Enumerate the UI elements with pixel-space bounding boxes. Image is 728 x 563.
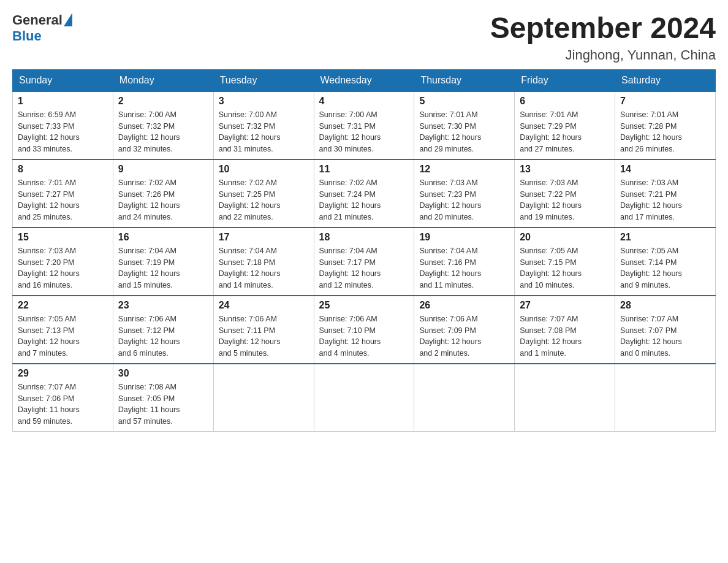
calendar-day-cell: 12 Sunrise: 7:03 AMSunset: 7:23 PMDaylig… xyxy=(414,159,515,228)
day-number: 29 xyxy=(18,368,108,379)
calendar-day-cell: 30 Sunrise: 7:08 AMSunset: 7:05 PMDaylig… xyxy=(113,364,213,432)
day-number: 13 xyxy=(520,164,610,175)
page-header: General Blue September 2024 Jinghong, Yu… xyxy=(12,12,716,63)
day-number: 22 xyxy=(18,300,108,311)
day-number: 16 xyxy=(118,232,208,243)
calendar-title: September 2024 xyxy=(490,12,716,45)
day-info: Sunrise: 7:02 AMSunset: 7:26 PMDaylight:… xyxy=(118,177,208,223)
calendar-table: SundayMondayTuesdayWednesdayThursdayFrid… xyxy=(12,69,716,432)
day-number: 6 xyxy=(520,96,610,107)
calendar-day-cell: 1 Sunrise: 6:59 AMSunset: 7:33 PMDayligh… xyxy=(13,91,113,159)
day-number: 1 xyxy=(18,96,108,107)
calendar-day-cell: 27 Sunrise: 7:07 AMSunset: 7:08 PMDaylig… xyxy=(515,296,615,364)
calendar-day-cell: 28 Sunrise: 7:07 AMSunset: 7:07 PMDaylig… xyxy=(615,296,716,364)
calendar-day-cell: 20 Sunrise: 7:05 AMSunset: 7:15 PMDaylig… xyxy=(515,228,615,296)
logo-text-general: General xyxy=(12,12,63,28)
calendar-day-cell: 10 Sunrise: 7:02 AMSunset: 7:25 PMDaylig… xyxy=(213,159,314,228)
calendar-day-cell: 19 Sunrise: 7:04 AMSunset: 7:16 PMDaylig… xyxy=(414,228,515,296)
day-info: Sunrise: 7:04 AMSunset: 7:19 PMDaylight:… xyxy=(118,245,208,291)
day-number: 30 xyxy=(118,368,208,379)
day-number: 9 xyxy=(118,164,208,175)
calendar-day-cell: 24 Sunrise: 7:06 AMSunset: 7:11 PMDaylig… xyxy=(213,296,314,364)
day-info: Sunrise: 7:01 AMSunset: 7:30 PMDaylight:… xyxy=(419,109,509,155)
day-info: Sunrise: 7:00 AMSunset: 7:32 PMDaylight:… xyxy=(219,109,309,155)
calendar-day-cell: 6 Sunrise: 7:01 AMSunset: 7:29 PMDayligh… xyxy=(515,91,615,159)
day-info: Sunrise: 7:06 AMSunset: 7:12 PMDaylight:… xyxy=(118,313,208,359)
logo-text-blue: Blue xyxy=(12,28,42,44)
calendar-day-cell: 18 Sunrise: 7:04 AMSunset: 7:17 PMDaylig… xyxy=(314,228,414,296)
day-number: 24 xyxy=(219,300,309,311)
day-number: 15 xyxy=(18,232,108,243)
day-info: Sunrise: 7:01 AMSunset: 7:27 PMDaylight:… xyxy=(18,177,108,223)
calendar-week-row: 29 Sunrise: 7:07 AMSunset: 7:06 PMDaylig… xyxy=(13,364,716,432)
calendar-day-cell xyxy=(213,364,314,432)
calendar-day-cell: 4 Sunrise: 7:00 AMSunset: 7:31 PMDayligh… xyxy=(314,91,414,159)
calendar-day-cell xyxy=(515,364,615,432)
day-info: Sunrise: 7:04 AMSunset: 7:18 PMDaylight:… xyxy=(219,245,309,291)
day-info: Sunrise: 7:00 AMSunset: 7:32 PMDaylight:… xyxy=(118,109,208,155)
calendar-day-cell: 14 Sunrise: 7:03 AMSunset: 7:21 PMDaylig… xyxy=(615,159,716,228)
calendar-week-row: 22 Sunrise: 7:05 AMSunset: 7:13 PMDaylig… xyxy=(13,296,716,364)
calendar-week-row: 15 Sunrise: 7:03 AMSunset: 7:20 PMDaylig… xyxy=(13,228,716,296)
day-number: 27 xyxy=(520,300,610,311)
calendar-day-cell xyxy=(414,364,515,432)
day-number: 4 xyxy=(319,96,409,107)
calendar-day-cell: 8 Sunrise: 7:01 AMSunset: 7:27 PMDayligh… xyxy=(13,159,113,228)
calendar-day-cell: 13 Sunrise: 7:03 AMSunset: 7:22 PMDaylig… xyxy=(515,159,615,228)
day-info: Sunrise: 7:06 AMSunset: 7:10 PMDaylight:… xyxy=(319,313,409,359)
calendar-day-cell: 3 Sunrise: 7:00 AMSunset: 7:32 PMDayligh… xyxy=(213,91,314,159)
day-number: 2 xyxy=(118,96,208,107)
day-number: 12 xyxy=(419,164,509,175)
day-info: Sunrise: 7:03 AMSunset: 7:21 PMDaylight:… xyxy=(620,177,710,223)
logo: General Blue xyxy=(12,12,72,44)
day-info: Sunrise: 7:07 AMSunset: 7:06 PMDaylight:… xyxy=(18,381,108,427)
calendar-day-cell: 22 Sunrise: 7:05 AMSunset: 7:13 PMDaylig… xyxy=(13,296,113,364)
day-number: 28 xyxy=(620,300,710,311)
calendar-day-cell: 5 Sunrise: 7:01 AMSunset: 7:30 PMDayligh… xyxy=(414,91,515,159)
day-number: 7 xyxy=(620,96,710,107)
weekday-header: Monday xyxy=(113,69,213,91)
calendar-day-cell: 11 Sunrise: 7:02 AMSunset: 7:24 PMDaylig… xyxy=(314,159,414,228)
day-info: Sunrise: 7:08 AMSunset: 7:05 PMDaylight:… xyxy=(118,381,208,427)
day-number: 8 xyxy=(18,164,108,175)
title-area: September 2024 Jinghong, Yunnan, China xyxy=(490,12,716,63)
calendar-day-cell: 17 Sunrise: 7:04 AMSunset: 7:18 PMDaylig… xyxy=(213,228,314,296)
day-number: 26 xyxy=(419,300,509,311)
day-number: 3 xyxy=(219,96,309,107)
calendar-day-cell: 25 Sunrise: 7:06 AMSunset: 7:10 PMDaylig… xyxy=(314,296,414,364)
day-info: Sunrise: 7:02 AMSunset: 7:24 PMDaylight:… xyxy=(319,177,409,223)
day-number: 14 xyxy=(620,164,710,175)
day-number: 20 xyxy=(520,232,610,243)
day-number: 25 xyxy=(319,300,409,311)
day-number: 11 xyxy=(319,164,409,175)
day-number: 19 xyxy=(419,232,509,243)
day-info: Sunrise: 7:04 AMSunset: 7:16 PMDaylight:… xyxy=(419,245,509,291)
calendar-subtitle: Jinghong, Yunnan, China xyxy=(490,47,716,63)
day-info: Sunrise: 7:03 AMSunset: 7:23 PMDaylight:… xyxy=(419,177,509,223)
calendar-day-cell: 29 Sunrise: 7:07 AMSunset: 7:06 PMDaylig… xyxy=(13,364,113,432)
day-info: Sunrise: 7:03 AMSunset: 7:22 PMDaylight:… xyxy=(520,177,610,223)
weekday-header: Saturday xyxy=(615,69,716,91)
day-info: Sunrise: 7:07 AMSunset: 7:07 PMDaylight:… xyxy=(620,313,710,359)
calendar-day-cell xyxy=(314,364,414,432)
day-info: Sunrise: 7:03 AMSunset: 7:20 PMDaylight:… xyxy=(18,245,108,291)
calendar-week-row: 8 Sunrise: 7:01 AMSunset: 7:27 PMDayligh… xyxy=(13,159,716,228)
weekday-header-row: SundayMondayTuesdayWednesdayThursdayFrid… xyxy=(13,69,716,91)
calendar-day-cell: 9 Sunrise: 7:02 AMSunset: 7:26 PMDayligh… xyxy=(113,159,213,228)
calendar-day-cell: 2 Sunrise: 7:00 AMSunset: 7:32 PMDayligh… xyxy=(113,91,213,159)
day-info: Sunrise: 7:02 AMSunset: 7:25 PMDaylight:… xyxy=(219,177,309,223)
calendar-day-cell: 16 Sunrise: 7:04 AMSunset: 7:19 PMDaylig… xyxy=(113,228,213,296)
calendar-day-cell xyxy=(615,364,716,432)
day-info: Sunrise: 7:00 AMSunset: 7:31 PMDaylight:… xyxy=(319,109,409,155)
calendar-week-row: 1 Sunrise: 6:59 AMSunset: 7:33 PMDayligh… xyxy=(13,91,716,159)
day-info: Sunrise: 7:05 AMSunset: 7:14 PMDaylight:… xyxy=(620,245,710,291)
day-number: 18 xyxy=(319,232,409,243)
weekday-header: Tuesday xyxy=(213,69,314,91)
calendar-day-cell: 21 Sunrise: 7:05 AMSunset: 7:14 PMDaylig… xyxy=(615,228,716,296)
day-number: 23 xyxy=(118,300,208,311)
day-number: 5 xyxy=(419,96,509,107)
day-number: 17 xyxy=(219,232,309,243)
day-info: Sunrise: 7:01 AMSunset: 7:29 PMDaylight:… xyxy=(520,109,610,155)
day-info: Sunrise: 6:59 AMSunset: 7:33 PMDaylight:… xyxy=(18,109,108,155)
weekday-header: Sunday xyxy=(13,69,113,91)
